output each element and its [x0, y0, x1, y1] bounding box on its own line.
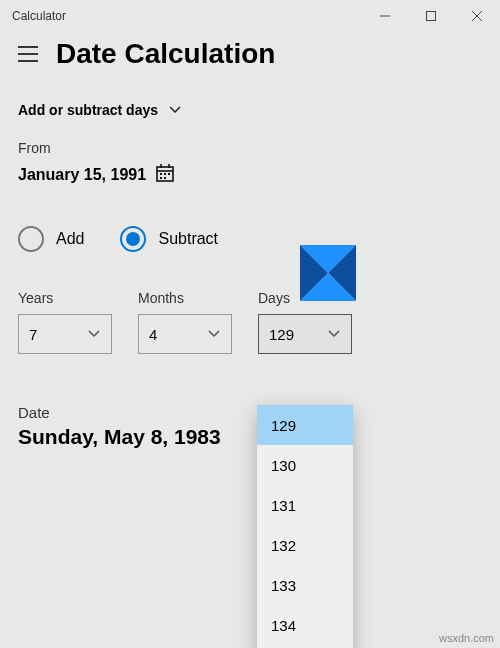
add-radio[interactable]: Add [18, 226, 84, 252]
result-label: Date [18, 404, 482, 421]
from-date-picker[interactable]: January 15, 1991 [18, 156, 482, 186]
windows-club-logo [300, 245, 356, 301]
page-title: Date Calculation [56, 38, 275, 70]
months-label: Months [138, 290, 232, 306]
days-spinner[interactable]: 129 [258, 314, 352, 354]
chevron-down-icon [87, 329, 101, 339]
from-label: From [18, 140, 482, 156]
calendar-icon [156, 164, 174, 186]
hamburger-icon [18, 46, 38, 62]
result-date: Sunday, May 8, 1983 [18, 421, 482, 449]
from-date-value: January 15, 1991 [18, 166, 146, 184]
maximize-icon [426, 11, 436, 21]
watermark: wsxdn.com [439, 632, 494, 644]
window-title: Calculator [12, 9, 362, 23]
svg-rect-15 [164, 177, 166, 179]
svg-rect-13 [168, 173, 170, 175]
years-spinner[interactable]: 7 [18, 314, 112, 354]
radio-unchecked-icon [18, 226, 44, 252]
svg-rect-1 [427, 12, 436, 21]
chevron-down-icon [168, 105, 182, 115]
subtract-radio[interactable]: Subtract [120, 226, 218, 252]
svg-rect-12 [164, 173, 166, 175]
dropdown-item[interactable]: 134 [257, 605, 353, 645]
radio-checked-icon [120, 226, 146, 252]
maximize-button[interactable] [408, 0, 454, 32]
close-button[interactable] [454, 0, 500, 32]
years-value: 7 [29, 326, 37, 343]
chevron-down-icon [207, 329, 221, 339]
chevron-down-icon [327, 329, 341, 339]
months-spinner[interactable]: 4 [138, 314, 232, 354]
days-dropdown-list[interactable]: 129130131132133134135 [257, 405, 353, 648]
add-radio-label: Add [56, 230, 84, 248]
dropdown-item[interactable]: 133 [257, 565, 353, 605]
mode-label: Add or subtract days [18, 102, 158, 118]
menu-button[interactable] [18, 46, 38, 62]
dropdown-item[interactable]: 130 [257, 445, 353, 485]
dropdown-item[interactable]: 132 [257, 525, 353, 565]
result-block: Date Sunday, May 8, 1983 [0, 364, 500, 459]
days-value: 129 [269, 326, 294, 343]
subtract-radio-label: Subtract [158, 230, 218, 248]
duration-spinners: Years 7 Months 4 Days 129 [0, 260, 500, 364]
minimize-button[interactable] [362, 0, 408, 32]
close-icon [472, 11, 482, 21]
svg-rect-14 [160, 177, 162, 179]
header: Date Calculation [0, 32, 500, 74]
dropdown-item[interactable]: 131 [257, 485, 353, 525]
months-value: 4 [149, 326, 157, 343]
minimize-icon [380, 11, 390, 21]
svg-rect-11 [160, 173, 162, 175]
years-column: Years 7 [18, 290, 112, 354]
add-subtract-radio-group: Add Subtract [0, 192, 500, 260]
from-block: From January 15, 1991 [0, 124, 500, 192]
titlebar: Calculator [0, 0, 500, 32]
years-label: Years [18, 290, 112, 306]
dropdown-item[interactable]: 129 [257, 405, 353, 445]
mode-selector[interactable]: Add or subtract days [0, 74, 500, 124]
months-column: Months 4 [138, 290, 232, 354]
